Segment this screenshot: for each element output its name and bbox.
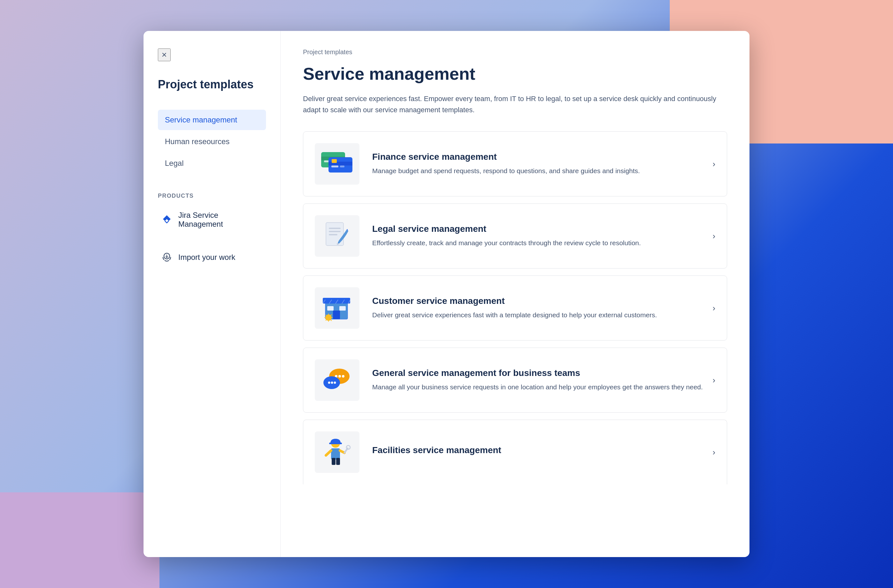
svg-rect-19 — [327, 306, 334, 311]
general-icon-wrap — [315, 359, 359, 401]
finance-template-text: Finance service management Manage budget… — [372, 152, 705, 176]
main-content: Project templates Service management Del… — [281, 31, 750, 557]
template-legal[interactable]: Legal service management Effortlessly cr… — [303, 203, 727, 269]
svg-point-27 — [328, 382, 331, 384]
svg-point-14 — [337, 243, 339, 245]
jira-service-management-item[interactable]: Jira Service Management — [158, 206, 266, 234]
svg-rect-13 — [329, 234, 337, 235]
finance-template-name: Finance service management — [372, 152, 705, 162]
customer-template-arrow: › — [713, 303, 716, 313]
facilities-template-arrow: › — [713, 447, 716, 457]
facilities-template-name: Facilities service management — [372, 445, 705, 455]
close-button[interactable]: × — [158, 48, 171, 61]
legal-template-desc: Effortlessly create, track and manage yo… — [372, 238, 705, 248]
general-template-arrow: › — [713, 375, 716, 385]
sidebar-title: Project templates — [158, 77, 266, 92]
customer-template-text: Customer service management Deliver grea… — [372, 296, 705, 320]
template-facilities[interactable]: Facilities service management › — [303, 420, 727, 484]
finance-icon-wrap — [315, 143, 359, 185]
svg-rect-31 — [329, 442, 342, 444]
legal-template-name: Legal service management — [372, 224, 705, 234]
import-label: Import your work — [178, 253, 235, 262]
svg-rect-11 — [329, 228, 341, 229]
svg-point-25 — [342, 375, 344, 377]
page-description: Deliver great service experiences fast. … — [303, 93, 717, 116]
svg-rect-32 — [331, 448, 340, 460]
svg-rect-20 — [339, 306, 346, 311]
svg-point-29 — [334, 382, 336, 384]
facilities-template-text: Facilities service management — [372, 445, 705, 459]
svg-point-24 — [338, 375, 341, 377]
sidebar-item-service-management[interactable]: Service management — [158, 110, 266, 130]
template-customer[interactable]: Customer service management Deliver grea… — [303, 275, 727, 341]
jira-service-management-icon — [161, 214, 173, 226]
svg-rect-6 — [331, 165, 338, 167]
general-template-name: General service management for business … — [372, 368, 705, 378]
general-template-desc: Manage all your business service request… — [372, 382, 705, 392]
svg-rect-34 — [336, 458, 340, 465]
svg-rect-7 — [340, 165, 344, 167]
page-title: Service management — [303, 63, 727, 84]
template-general[interactable]: General service management for business … — [303, 347, 727, 413]
finance-template-arrow: › — [713, 159, 716, 169]
legal-icon-wrap — [315, 215, 359, 257]
customer-template-name: Customer service management — [372, 296, 705, 306]
sidebar-nav: Service management Human reseources Lega… — [158, 110, 266, 173]
svg-point-28 — [331, 382, 333, 384]
products-section-label: PRODUCTS — [158, 192, 266, 199]
legal-template-arrow: › — [713, 231, 716, 241]
breadcrumb: Project templates — [303, 48, 727, 56]
sidebar: × Project templates Service management H… — [143, 31, 281, 557]
svg-rect-33 — [332, 458, 335, 465]
legal-template-text: Legal service management Effortlessly cr… — [372, 224, 705, 248]
import-icon — [161, 251, 173, 263]
customer-template-desc: Deliver great service experiences fast w… — [372, 310, 705, 320]
facilities-icon-wrap — [315, 432, 359, 473]
svg-rect-18 — [333, 311, 340, 319]
import-work-item[interactable]: Import your work — [158, 247, 266, 268]
finance-template-desc: Manage budget and spend requests, respon… — [372, 166, 705, 176]
svg-rect-12 — [329, 231, 341, 232]
sidebar-item-human-resources[interactable]: Human reseources — [158, 131, 266, 152]
sidebar-item-legal[interactable]: Legal — [158, 153, 266, 173]
customer-icon-wrap — [315, 287, 359, 329]
svg-rect-8 — [332, 159, 337, 163]
template-finance[interactable]: Finance service management Manage budget… — [303, 131, 727, 196]
modal: × Project templates Service management H… — [143, 31, 750, 557]
general-template-text: General service management for business … — [372, 368, 705, 392]
jira-service-management-label: Jira Service Management — [178, 211, 263, 229]
template-list: Finance service management Manage budget… — [303, 131, 727, 484]
